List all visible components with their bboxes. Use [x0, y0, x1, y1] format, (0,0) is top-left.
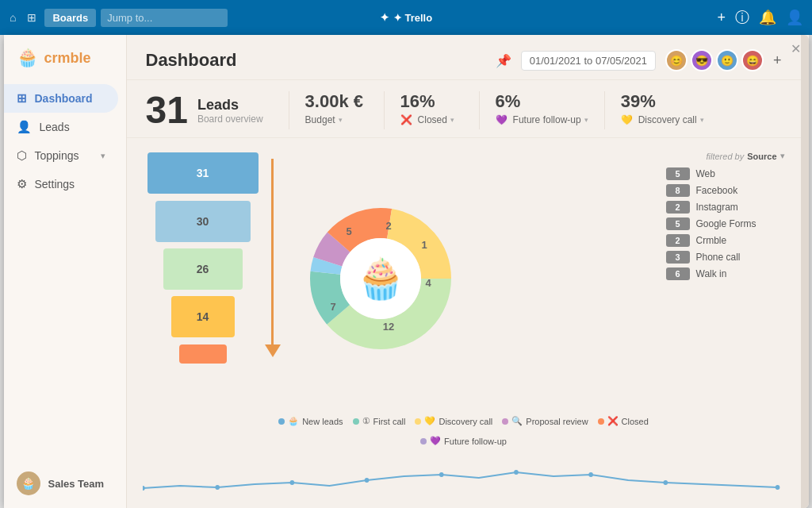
line-dot: [588, 472, 593, 477]
source-facebook: 8 Facebook: [666, 184, 785, 197]
line-chart-area: [127, 452, 801, 508]
scrollbar[interactable]: [801, 35, 809, 508]
sidebar-item-toppings[interactable]: ⬡ Toppings ▾: [4, 141, 118, 170]
logo-icon: 🧁: [17, 48, 38, 68]
legend-label-discovery: Discovery call: [439, 417, 492, 426]
legend-label-first-call: First call: [373, 417, 406, 426]
line-chart-path: [143, 472, 778, 488]
source-name-crmble: Crmble: [696, 235, 727, 246]
settings-icon: ⚙: [17, 177, 27, 191]
stat-leads: 31 Leads Board overview: [146, 91, 263, 129]
source-name-walkin: Walk in: [696, 268, 727, 279]
sidebar-label-leads: Leads: [40, 121, 70, 133]
legend-dot-new-leads: [278, 418, 285, 425]
source-count-crmble: 2: [666, 234, 690, 247]
legend-icon-proposal: 🔍: [511, 416, 523, 426]
bell-icon[interactable]: 🔔: [756, 6, 779, 29]
legend-label-proposal: Proposal review: [526, 417, 588, 426]
legend-dot-future: [420, 438, 427, 444]
info-icon[interactable]: ⓘ: [733, 6, 752, 29]
legend-proposal-review: 🔍 Proposal review: [502, 416, 588, 426]
legend-label-closed: Closed: [622, 417, 649, 426]
arrow-line: [271, 159, 274, 344]
bottom-legend: 🧁 New leads ① First call 💛 Discovery cal…: [127, 413, 801, 452]
source-google-forms: 5 Google Forms: [666, 217, 785, 230]
close-button[interactable]: ✕: [791, 41, 801, 56]
toppings-icon: ⬡: [17, 148, 27, 163]
source-count-web: 5: [666, 167, 690, 180]
legend-icon-first-call: ①: [362, 416, 370, 426]
svg-text:5: 5: [346, 225, 351, 237]
discovery-icon: 💛: [621, 114, 633, 125]
closed-x-icon: ❌: [400, 114, 412, 125]
header-add-button[interactable]: +: [773, 52, 782, 69]
grid-icon[interactable]: ⊞: [24, 8, 40, 27]
sidebar-label-settings: Settings: [35, 178, 75, 190]
sidebar-label-toppings: Toppings: [35, 149, 79, 162]
source-web: 5 Web: [666, 167, 785, 180]
avatar-1: 😊: [665, 49, 688, 71]
pin-icon[interactable]: 📌: [496, 53, 511, 68]
line-chart-svg: [143, 452, 785, 500]
legend-dot-first-call: [353, 418, 359, 425]
source-count-instagram: 2: [666, 201, 690, 214]
legend-first-call: ① First call: [353, 416, 406, 426]
discovery-label: Discovery call: [638, 114, 697, 125]
source-phone-call: 3 Phone call: [666, 251, 785, 264]
leads-label: Leads: [197, 97, 263, 114]
source-count-walkin: 6: [666, 267, 690, 280]
sidebar-label-dashboard: Dashboard: [35, 92, 93, 105]
add-board-icon[interactable]: +: [714, 7, 728, 29]
funnel-bar-1: 31: [147, 152, 259, 194]
stat-discovery-call: 39% 💛 Discovery call ▾: [604, 91, 720, 129]
date-range[interactable]: 01/01/2021 to 07/05/2021: [521, 51, 656, 71]
dashboard-icon: ⊞: [17, 91, 27, 106]
legend-icon-closed: ❌: [607, 416, 619, 426]
logo: 🧁 crmble: [4, 48, 126, 84]
closed-dropdown[interactable]: ❌ Closed ▾: [400, 114, 454, 125]
svg-text:2: 2: [385, 220, 391, 232]
legend-discovery-call: 💛 Discovery call: [415, 416, 492, 426]
filter-value[interactable]: Source: [747, 152, 776, 161]
sidebar-item-leads[interactable]: 👤 Leads: [4, 113, 118, 141]
future-dropdown[interactable]: 💜 Future follow-up ▾: [496, 114, 588, 125]
avatar-3: 🙂: [716, 49, 738, 71]
filter-dropdown-icon[interactable]: ▾: [780, 151, 785, 161]
leads-count: 31: [146, 91, 188, 129]
trello-topbar: ⌂ ⊞ Boards ✦✦ Trello + ⓘ 🔔 👤: [0, 0, 812, 35]
budget-label: Budget: [305, 114, 335, 125]
legend-icon-discovery: 💛: [424, 416, 435, 426]
source-crmble: 2 Crmble: [666, 234, 785, 247]
logo-text: crmble: [44, 50, 91, 67]
legend-dot-closed: [598, 418, 604, 425]
future-icon: 💜: [496, 114, 508, 125]
budget-dropdown-arrow: ▾: [339, 116, 343, 124]
budget-dropdown[interactable]: Budget ▾: [305, 114, 343, 125]
home-icon[interactable]: ⌂: [6, 8, 19, 27]
discovery-value: 39%: [621, 91, 656, 112]
profile-icon[interactable]: 👤: [783, 6, 806, 29]
line-dot: [663, 480, 668, 485]
dashboard-header: Dashboard 📌 01/01/2021 to 07/05/2021 😊 😎…: [127, 35, 801, 80]
filter-label: filtered by: [707, 152, 745, 161]
legend-row-2: 💜 Future follow-up: [146, 436, 782, 446]
stat-future-follow-up: 6% 💜 Future follow-up ▾: [479, 91, 604, 129]
funnel-bar-4: 14: [171, 296, 235, 337]
boards-button[interactable]: Boards: [44, 9, 96, 27]
sidebar-item-dashboard[interactable]: ⊞ Dashboard: [4, 84, 118, 113]
search-input[interactable]: [101, 9, 228, 27]
source-header: filtered by Source ▾: [666, 151, 785, 161]
center-spacer: [476, 151, 650, 406]
stats-row: 31 Leads Board overview 3.00k € Budget ▾…: [127, 80, 801, 138]
sidebar-bottom: 🧁 Sales Team: [4, 459, 126, 508]
discovery-dropdown[interactable]: 💛 Discovery call ▾: [621, 114, 704, 125]
legend-label-future: Future follow-up: [444, 437, 507, 446]
sidebar-item-settings[interactable]: ⚙ Settings: [4, 170, 118, 198]
team-avatar: 🧁: [17, 471, 40, 495]
source-name-facebook: Facebook: [696, 185, 738, 196]
source-count-facebook: 8: [666, 184, 690, 197]
funnel-bars: 31 30 26 14: [147, 151, 259, 365]
line-dot: [215, 485, 220, 490]
line-dot: [289, 480, 294, 485]
budget-value: 3.00k €: [305, 91, 363, 112]
